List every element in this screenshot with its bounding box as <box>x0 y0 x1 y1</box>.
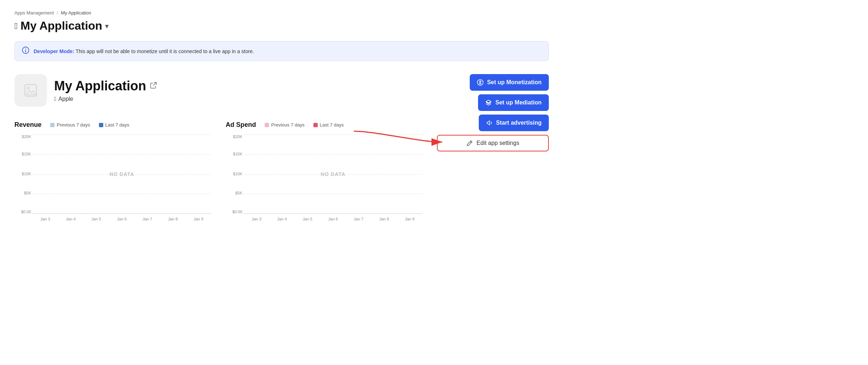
adspend-chart-title: Ad Spend <box>226 121 256 129</box>
page-title: My Application <box>21 19 102 33</box>
adspend-y-0: $0.00 <box>232 210 242 214</box>
revenue-chart-title: Revenue <box>14 121 42 129</box>
adspend-x-jan4: Jan 4 <box>269 217 295 221</box>
svg-point-2 <box>25 48 26 49</box>
adspend-x-jan5: Jan 5 <box>295 217 320 221</box>
revenue-last-label: Last 7 days <box>105 122 130 128</box>
adspend-x-jan3: Jan 3 <box>244 217 269 221</box>
adspend-no-data: NO DATA <box>321 171 346 177</box>
revenue-x-jan5: Jan 5 <box>83 217 109 221</box>
breadcrumb-separator: / <box>57 10 58 16</box>
edit-app-settings-label: Edit app settings <box>477 140 519 146</box>
app-platform: Apple <box>58 96 73 102</box>
megaphone-icon <box>486 120 492 126</box>
title-dropdown-chevron[interactable]: ▾ <box>105 22 109 30</box>
app-platform-row:  Apple <box>54 96 157 102</box>
adspend-prev-legend: Previous 7 days <box>265 122 305 128</box>
edit-icon <box>466 140 473 146</box>
adspend-y-10k: $10K <box>233 172 242 176</box>
right-section: Set up Monetization Set up Mediation Sta… <box>437 74 549 151</box>
adspend-last-legend: Last 7 days <box>313 122 344 128</box>
adspend-x-jan9: Jan 9 <box>397 217 422 221</box>
revenue-x-jan8: Jan 8 <box>160 217 186 221</box>
app-name-row: My Application <box>54 78 157 94</box>
dollar-icon <box>477 79 483 86</box>
left-section: My Application  Apple <box>14 74 422 221</box>
revenue-y-20k: $20K <box>22 134 31 139</box>
svg-point-4 <box>27 87 29 89</box>
start-advertising-label: Start advertising <box>496 120 542 126</box>
revenue-prev-legend: Previous 7 days <box>50 122 90 128</box>
adspend-y-20k: $20K <box>233 134 242 139</box>
revenue-y-0: $0.00 <box>21 210 31 214</box>
revenue-x-jan7: Jan 7 <box>135 217 160 221</box>
adspend-prev-label: Previous 7 days <box>271 122 305 128</box>
adspend-y-5k: $5K <box>235 191 242 195</box>
layers-icon <box>485 99 492 106</box>
revenue-y-15k: $15K <box>22 152 31 156</box>
page-title-row:  My Application ▾ <box>14 19 549 33</box>
revenue-last-dot <box>99 123 103 127</box>
revenue-prev-label: Previous 7 days <box>57 122 90 128</box>
breadcrumb: Apps Management / My Application <box>14 10 549 16</box>
setup-mediation-label: Set up Mediation <box>495 99 542 106</box>
adspend-last-label: Last 7 days <box>320 122 344 128</box>
dev-mode-banner: Developer Mode: This app will not be abl… <box>14 41 549 61</box>
edit-app-settings-button[interactable]: Edit app settings <box>437 135 549 151</box>
revenue-last-legend: Last 7 days <box>99 122 130 128</box>
app-name: My Application <box>54 78 146 94</box>
setup-monetization-button[interactable]: Set up Monetization <box>470 74 549 91</box>
apple-logo-icon:  <box>14 21 18 31</box>
arrow-area: Edit app settings <box>437 135 549 151</box>
adspend-x-jan7: Jan 7 <box>346 217 372 221</box>
revenue-chart-container: Revenue Previous 7 days Last 7 days $20K <box>14 121 211 221</box>
info-icon <box>22 47 29 56</box>
revenue-prev-dot <box>50 123 55 127</box>
breadcrumb-parent[interactable]: Apps Management <box>14 10 54 16</box>
adspend-chart-container: Ad Spend Previous 7 days Last 7 days $20… <box>226 121 422 221</box>
app-icon-placeholder <box>14 74 47 107</box>
adspend-chart-header: Ad Spend Previous 7 days Last 7 days <box>226 121 422 129</box>
app-info: My Application  Apple <box>14 74 422 107</box>
revenue-y-5k: $5K <box>24 191 31 195</box>
revenue-chart-header: Revenue Previous 7 days Last 7 days <box>14 121 211 129</box>
start-advertising-button[interactable]: Start advertising <box>479 115 549 131</box>
breadcrumb-current: My Application <box>61 10 91 16</box>
setup-mediation-button[interactable]: Set up Mediation <box>478 94 549 111</box>
setup-monetization-label: Set up Monetization <box>487 79 542 86</box>
external-link-icon[interactable] <box>150 82 157 91</box>
adspend-x-axis: Jan 3 Jan 4 Jan 5 Jan 6 Jan 7 Jan 8 Jan … <box>244 217 422 221</box>
adspend-prev-dot <box>265 123 269 127</box>
revenue-x-axis: Jan 3 Jan 4 Jan 5 Jan 6 Jan 7 Jan 8 Jan … <box>32 217 211 221</box>
app-details: My Application  Apple <box>54 78 157 102</box>
adspend-x-jan8: Jan 8 <box>372 217 397 221</box>
main-content: My Application  Apple <box>14 74 549 221</box>
revenue-y-10k: $10K <box>22 172 31 176</box>
adspend-last-dot <box>313 123 318 127</box>
revenue-x-jan3: Jan 3 <box>32 217 58 221</box>
dev-banner-text: Developer Mode: This app will not be abl… <box>34 48 254 54</box>
adspend-chart-area: NO DATA <box>244 134 422 214</box>
revenue-x-jan6: Jan 6 <box>109 217 135 221</box>
revenue-x-jan4: Jan 4 <box>58 217 84 221</box>
adspend-y-15k: $15K <box>233 152 242 156</box>
apple-platform-icon:  <box>54 96 56 102</box>
revenue-no-data: NO DATA <box>109 171 134 177</box>
revenue-chart-area: NO DATA <box>32 134 211 214</box>
charts-section: Revenue Previous 7 days Last 7 days $20K <box>14 121 422 221</box>
adspend-x-jan6: Jan 6 <box>320 217 346 221</box>
revenue-x-jan9: Jan 9 <box>186 217 211 221</box>
